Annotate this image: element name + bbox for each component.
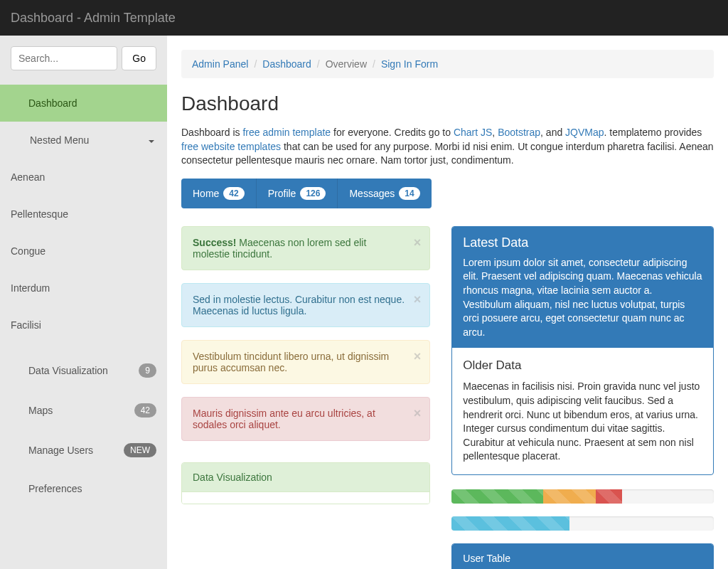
link-chartjs[interactable]: Chart JS	[454, 127, 492, 138]
navbar-brand[interactable]: Dashboard - Admin Template	[11, 11, 176, 26]
link-jqvmap[interactable]: JQVMap	[565, 127, 604, 138]
close-icon[interactable]: ×	[414, 235, 422, 250]
sidebar-label: Nested Menu	[30, 134, 89, 146]
sidebar-item-dashboard[interactable]: Dashboard	[0, 85, 167, 122]
sidebar-sub-item[interactable]: Facilisi	[0, 307, 167, 344]
progress-segment-red	[596, 489, 622, 504]
sidebar-sub-item[interactable]: Aenean	[0, 159, 167, 196]
progress-bar-single	[451, 516, 714, 531]
tab-count: 42	[223, 187, 244, 200]
badge: 42	[134, 403, 156, 418]
panel-title: Data Visualization	[193, 472, 272, 483]
breadcrumb-current: Overview	[326, 58, 367, 70]
alert-text: Vestibulum tincidunt libero urna, ut dig…	[193, 351, 389, 373]
sidebar-sub-item[interactable]: Pellentesque	[0, 196, 167, 233]
navbar: Dashboard - Admin Template	[0, 0, 728, 36]
tabs: Home 42 Profile 126 Messages 14	[181, 179, 714, 208]
panel-dataviz: Data Visualization	[181, 462, 430, 504]
panel-heading: Latest Data Lorem ipsum dolor sit amet, …	[452, 227, 713, 349]
progress-segment-orange	[543, 489, 596, 504]
sidebar-sub-item[interactable]: Congue	[0, 233, 167, 270]
panel-heading: Data Visualization	[182, 463, 429, 492]
tab-label: Messages	[349, 188, 395, 199]
sidebar-item-dataviz[interactable]: Data Visualization 9	[0, 351, 167, 390]
progress-segment-green	[451, 489, 543, 504]
sidebar-label: Dashboard	[28, 97, 77, 109]
alert-success: × Success! Maecenas non lorem sed elit m…	[181, 226, 430, 270]
close-icon[interactable]: ×	[414, 349, 422, 364]
alert-text: Mauris dignissim ante eu arcu ultricies,…	[193, 408, 375, 430]
page-title: Dashboard	[181, 92, 714, 115]
alert-warning: × Vestibulum tincidunt libero urna, ut d…	[181, 340, 430, 384]
alert-strong: Success!	[193, 237, 236, 248]
panel-older-data: Older Data Maecenas in facilisis nisi. P…	[452, 348, 713, 474]
alert-info: × Sed in molestie lectus. Curabitur non …	[181, 283, 430, 327]
tab-count: 126	[300, 187, 326, 200]
alert-text: Sed in molestie lectus. Curabitur non es…	[193, 294, 405, 317]
breadcrumb: Admin Panel Dashboard Overview Sign In F…	[181, 50, 714, 78]
sidebar-label: Data Visualization	[28, 365, 108, 376]
progress-bar-multi	[451, 489, 714, 504]
badge: 9	[139, 363, 156, 378]
sidebar: Go Dashboard Nested Menu Aenean Pellente…	[0, 36, 167, 569]
progress-segment-blue	[451, 516, 569, 531]
tab-messages[interactable]: Messages 14	[338, 179, 431, 208]
badge-new: NEW	[124, 443, 156, 457]
sidebar-item-nested-menu[interactable]: Nested Menu	[0, 122, 167, 159]
tab-label: Home	[193, 188, 219, 199]
sidebar-label: Manage Users	[28, 445, 93, 456]
panel-subtitle-text: Lorem ipsum dolor sit amet, consectetur …	[463, 256, 702, 340]
alert-danger: × Mauris dignissim ante eu arcu ultricie…	[181, 397, 430, 441]
close-icon[interactable]: ×	[414, 292, 422, 307]
breadcrumb-link[interactable]: Sign In Form	[381, 58, 438, 70]
sidebar-label: Maps	[28, 405, 53, 416]
chevron-down-icon	[149, 140, 154, 143]
panel-heading: User Table	[452, 544, 713, 569]
tab-profile[interactable]: Profile 126	[257, 179, 338, 208]
sidebar-sub-item[interactable]: Interdum	[0, 270, 167, 307]
tab-label: Profile	[268, 188, 296, 199]
panel-body-empty	[182, 492, 429, 504]
sidebar-item-maps[interactable]: Maps 42	[0, 390, 167, 430]
sidebar-item-manage-users[interactable]: Manage Users NEW	[0, 430, 167, 470]
main-content: Admin Panel Dashboard Overview Sign In F…	[167, 36, 728, 569]
breadcrumb-link[interactable]: Dashboard	[262, 58, 311, 70]
search-form: Go	[0, 36, 167, 85]
link-free-templates[interactable]: free website templates	[181, 141, 281, 152]
panel-user-table: User Table # First Name Last Name Userna…	[451, 543, 714, 569]
breadcrumb-link[interactable]: Admin Panel	[192, 58, 248, 70]
panel-title: Latest Data	[463, 235, 702, 250]
link-bootstrap[interactable]: Bootstrap	[498, 127, 540, 138]
sidebar-item-preferences[interactable]: Preferences	[0, 470, 167, 507]
link-admin-template[interactable]: free admin template	[242, 127, 331, 138]
tab-count: 14	[399, 187, 419, 200]
sidebar-label: Preferences	[28, 483, 82, 494]
older-data-title: Older Data	[463, 358, 702, 373]
older-data-body: Maecenas in facilisis nisi. Proin gravid…	[463, 380, 702, 464]
close-icon[interactable]: ×	[414, 406, 422, 421]
panel-latest-data: Latest Data Lorem ipsum dolor sit amet, …	[451, 226, 714, 475]
tab-home[interactable]: Home 42	[181, 179, 257, 208]
panel-title: User Table	[463, 553, 510, 564]
search-button[interactable]: Go	[122, 46, 156, 70]
search-input[interactable]	[11, 46, 117, 70]
intro-text: Dashboard is free admin template for eve…	[181, 126, 714, 168]
